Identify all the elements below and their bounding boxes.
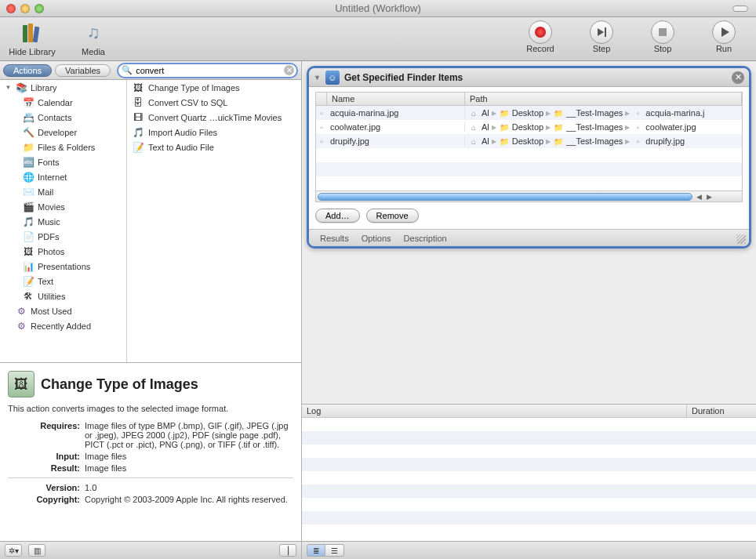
library-item-label: Photos bbox=[38, 247, 64, 256]
library-item[interactable]: 🖼Photos bbox=[0, 244, 126, 259]
library-item-label: PDFs bbox=[38, 232, 60, 241]
library-item[interactable]: 📝Text bbox=[0, 274, 126, 289]
log-row-empty bbox=[302, 458, 756, 471]
options-tab[interactable]: Options bbox=[362, 234, 391, 243]
library-item[interactable]: 🔤Fonts bbox=[0, 154, 126, 169]
scrollbar-thumb[interactable] bbox=[318, 193, 692, 201]
table-body[interactable]: ▫acquia-marina.jpg⌂Al▶📁Desktop▶📁__Test-I… bbox=[315, 105, 743, 191]
list-view-button[interactable]: ≣ bbox=[307, 544, 325, 557]
clear-search-button[interactable]: ✕ bbox=[284, 65, 294, 75]
category-icon: 🎵 bbox=[22, 216, 35, 228]
column-name[interactable]: Name bbox=[327, 93, 465, 105]
library-item[interactable]: 📅Calendar bbox=[0, 95, 126, 110]
action-card-header[interactable]: ▼ ☺ Get Specified Finder Items ✕ bbox=[309, 68, 749, 87]
most-used-item[interactable]: ⚙ Most Used bbox=[0, 303, 126, 318]
library-root[interactable]: ▼ 📚 Library bbox=[0, 80, 126, 95]
run-button[interactable]: Run bbox=[700, 20, 748, 53]
log-row-empty bbox=[302, 511, 756, 525]
log-row-empty bbox=[302, 445, 756, 458]
view-mode-segment: ≣ ☰ bbox=[307, 544, 344, 557]
log-row-empty bbox=[302, 498, 756, 511]
path-separator-icon: ▶ bbox=[625, 110, 630, 117]
library-item-label: Utilities bbox=[38, 292, 65, 301]
action-item[interactable]: 📝Text to Audio File bbox=[127, 140, 301, 154]
copyright-value: Copyright © 2003-2009 Apple Inc. All rig… bbox=[85, 495, 293, 504]
search-input[interactable] bbox=[117, 63, 298, 78]
path-separator-icon: ▶ bbox=[546, 110, 551, 117]
step-button[interactable]: Step bbox=[577, 20, 626, 53]
recently-added-item[interactable]: ⚙ Recently Added bbox=[0, 318, 126, 333]
library-item[interactable]: 📊Presentations bbox=[0, 259, 126, 274]
library-item[interactable]: 🎬Movies bbox=[0, 199, 126, 214]
library-item-label: Internet bbox=[38, 172, 67, 182]
results-tab[interactable]: Results bbox=[320, 234, 349, 243]
file-name: acquia-marina.jpg bbox=[330, 108, 398, 118]
disclosure-triangle-icon[interactable]: ▼ bbox=[5, 84, 12, 91]
table-row[interactable]: ▫drupify.jpg⌂Al▶📁Desktop▶📁__Test-Images▶… bbox=[316, 134, 742, 148]
add-button[interactable]: Add… bbox=[315, 209, 360, 223]
smart-folder-icon: ⚙ bbox=[15, 320, 27, 332]
category-icon: 🔤 bbox=[22, 156, 35, 169]
library-tree[interactable]: ▼ 📚 Library 📅Calendar📇Contacts🔨Developer… bbox=[0, 80, 127, 362]
table-row[interactable]: ▫acquia-marina.jpg⌂Al▶📁Desktop▶📁__Test-I… bbox=[316, 106, 742, 120]
action-item[interactable]: 🎞Convert Quartz …uickTime Movies bbox=[127, 110, 301, 125]
library-pane: Actions Variables 🔍 ✕ ▼ 📚 Library 📅Calen… bbox=[0, 61, 302, 541]
category-icon: 📊 bbox=[22, 260, 35, 273]
category-icon: 📁 bbox=[22, 141, 35, 154]
tab-variables[interactable]: Variables bbox=[55, 64, 111, 77]
folder-icon: 📁 bbox=[499, 122, 510, 132]
flow-view-button[interactable]: ☰ bbox=[325, 544, 344, 557]
step-label: Step bbox=[593, 44, 611, 53]
library-item[interactable]: 🌐Internet bbox=[0, 169, 126, 184]
record-button[interactable]: Record bbox=[516, 20, 565, 53]
library-item[interactable]: 📇Contacts bbox=[0, 110, 126, 125]
stop-button[interactable]: Stop bbox=[638, 20, 687, 53]
horizontal-scrollbar[interactable]: ◀ ▶ bbox=[315, 191, 743, 202]
remove-button[interactable]: Remove bbox=[366, 209, 419, 223]
action-item[interactable]: 🎵Import Audio Files bbox=[127, 125, 301, 140]
library-item-label: Music bbox=[38, 217, 60, 227]
version-label: Version: bbox=[8, 483, 85, 492]
input-value: Image files bbox=[85, 452, 293, 461]
library-item[interactable]: 🎵Music bbox=[0, 214, 126, 229]
scroll-left-arrow[interactable]: ◀ bbox=[694, 193, 704, 201]
action-item[interactable]: 🖼Change Type of Images bbox=[127, 80, 301, 95]
workflow-canvas[interactable]: ▼ ☺ Get Specified Finder Items ✕ Name Pa… bbox=[302, 61, 756, 404]
action-info-panel: 🖼 Change Type of Images This action conv… bbox=[0, 362, 301, 541]
resize-grip[interactable] bbox=[736, 234, 746, 244]
stop-label: Stop bbox=[654, 44, 672, 53]
disclosure-triangle-icon[interactable]: ▼ bbox=[314, 74, 321, 82]
log-row-empty bbox=[302, 471, 756, 485]
library-item-label: Presentations bbox=[38, 262, 90, 271]
action-list[interactable]: 🖼Change Type of Images🗄Convert CSV to SQ… bbox=[127, 80, 301, 362]
library-item[interactable]: 📄PDFs bbox=[0, 229, 126, 244]
action-card-title: Get Specified Finder Items bbox=[344, 72, 463, 83]
hide-library-button[interactable]: Hide Library bbox=[8, 20, 56, 56]
description-tab[interactable]: Description bbox=[404, 234, 447, 243]
library-item[interactable]: 📁Files & Folders bbox=[0, 140, 126, 154]
column-path[interactable]: Path bbox=[465, 93, 742, 105]
path-separator-icon: ▶ bbox=[546, 124, 551, 131]
table-row[interactable]: ▫coolwater.jpg⌂Al▶📁Desktop▶📁__Test-Image… bbox=[316, 120, 742, 134]
action-item[interactable]: 🗄Convert CSV to SQL bbox=[127, 95, 301, 110]
category-icon: ✉️ bbox=[22, 186, 35, 198]
stop-icon bbox=[651, 20, 674, 44]
action-info-desc: This action converts images to the selec… bbox=[8, 404, 293, 413]
media-button[interactable]: ♫ Media bbox=[69, 20, 118, 56]
category-icon: 🎬 bbox=[22, 201, 35, 213]
statusbar: ✲▾ ▥ ⎮ ≣ ☰ bbox=[0, 541, 756, 559]
library-item[interactable]: 🔨Developer bbox=[0, 125, 126, 140]
gear-menu-button[interactable]: ✲▾ bbox=[5, 544, 22, 557]
tab-actions[interactable]: Actions bbox=[3, 64, 52, 77]
scroll-right-arrow[interactable]: ▶ bbox=[704, 193, 714, 201]
close-action-button[interactable]: ✕ bbox=[732, 71, 744, 84]
library-item[interactable]: ✉️Mail bbox=[0, 184, 126, 199]
panel-toggle-button[interactable]: ▥ bbox=[28, 544, 45, 557]
splitter-button[interactable]: ⎮ bbox=[279, 544, 296, 557]
library-item[interactable]: 🛠Utilities bbox=[0, 289, 126, 303]
log-column[interactable]: Log bbox=[302, 405, 687, 417]
duration-column[interactable]: Duration bbox=[687, 405, 756, 417]
action-item-label: Change Type of Images bbox=[148, 83, 240, 93]
recently-added-label: Recently Added bbox=[31, 321, 91, 331]
action-info-icon: 🖼 bbox=[8, 371, 35, 397]
